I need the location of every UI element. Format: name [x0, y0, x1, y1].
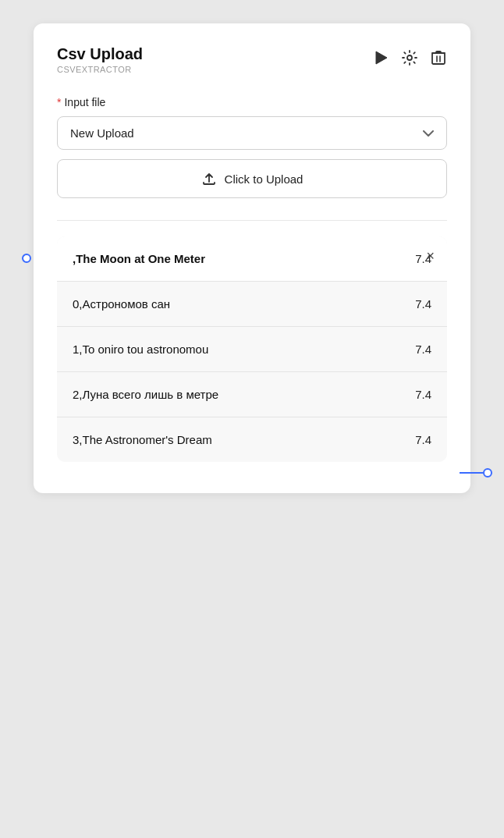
header-title: Csv Upload — [57, 45, 143, 63]
row-label-3: 2,Луна всего лишь в метре — [73, 386, 218, 403]
svg-point-1 — [407, 55, 412, 60]
dropdown-value: New Upload — [70, 126, 134, 140]
header-actions — [374, 48, 447, 67]
chevron-down-icon — [423, 130, 434, 137]
table-row: 2,Луна всего лишь в метре 7.4 — [57, 372, 447, 417]
connector-line-right — [460, 472, 483, 474]
input-file-dropdown[interactable]: New Upload — [57, 116, 447, 150]
main-card: Csv Upload CSVEXTRACTOR — [34, 23, 470, 493]
row-label-1: 0,Астрономов сан — [73, 296, 170, 312]
upload-button[interactable]: Click to Upload — [57, 159, 447, 198]
row-value-4: 7.4 — [415, 433, 431, 446]
required-star: * — [57, 96, 61, 108]
close-icon: × — [426, 248, 435, 264]
row-value-2: 7.4 — [415, 343, 431, 356]
table-row: 0,Астрономов сан 7.4 — [57, 282, 447, 327]
row-label-4: 3,The Astronomer's Dream — [73, 431, 212, 448]
table-row: 3,The Astronomer's Dream 7.4 — [57, 417, 447, 462]
connector-dot-right-container — [460, 468, 492, 478]
close-button[interactable]: × — [424, 247, 436, 265]
table-row: ,The Moon at One Meter 7.4 — [57, 236, 447, 282]
settings-button[interactable] — [400, 48, 419, 67]
svg-marker-0 — [376, 51, 387, 64]
header-subtitle: CSVEXTRACTOR — [57, 65, 143, 74]
row-value-3: 7.4 — [415, 388, 431, 401]
data-section: × ,The Moon at One Meter 7.4 0,Астрономо… — [57, 236, 447, 462]
header: Csv Upload CSVEXTRACTOR — [57, 45, 447, 74]
upload-button-label: Click to Upload — [225, 172, 303, 186]
field-label-text: Input file — [64, 96, 105, 108]
header-left: Csv Upload CSVEXTRACTOR — [57, 45, 143, 74]
svg-rect-2 — [432, 53, 445, 64]
delete-button[interactable] — [430, 48, 447, 67]
connector-dot-left — [22, 254, 31, 263]
upload-icon — [201, 171, 217, 186]
table-row: 1,To oniro tou astronomou 7.4 — [57, 327, 447, 372]
row-label-0: ,The Moon at One Meter — [73, 250, 205, 267]
connector-dot-right — [483, 468, 492, 478]
field-label: * Input file — [57, 96, 447, 108]
row-value-1: 7.4 — [415, 297, 431, 311]
row-label-2: 1,To oniro tou astronomou — [73, 341, 208, 357]
play-button[interactable] — [374, 49, 389, 66]
